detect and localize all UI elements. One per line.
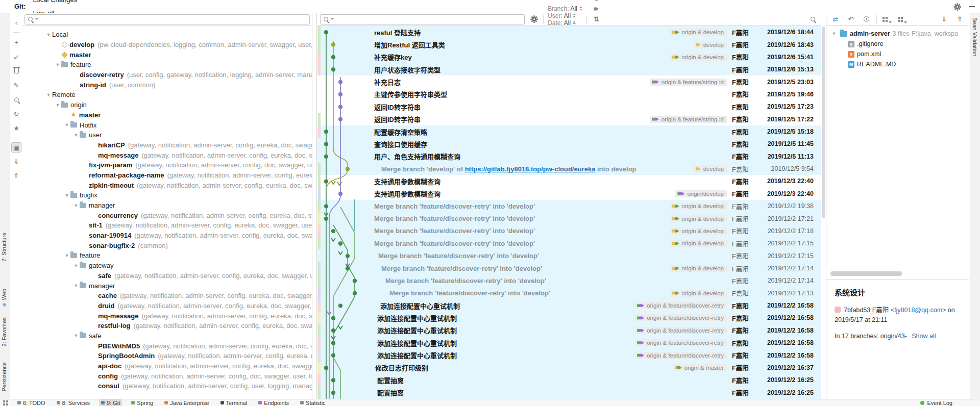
search-history-caret-icon[interactable] <box>331 18 334 20</box>
settings-gear-icon[interactable] <box>955 5 960 9</box>
commit-row[interactable]: 配置抽离 F嘉阳 2019/12/2 16:25 <box>317 386 821 398</box>
status-bar-tab[interactable]: Terminal <box>218 399 250 406</box>
tool-window-stripe-button[interactable]: ◉ 7: Structure <box>1 233 7 262</box>
collapse-all-icon[interactable]: ⇑ <box>11 170 21 181</box>
commit-row[interactable]: 补充缓存key origin & develop F嘉阳 2019/12/6 1… <box>317 51 821 63</box>
branch-tree-row[interactable]: ▼ hikariCP (gateway, notification, admin… <box>22 140 312 150</box>
commit-row[interactable]: Merge branch 'feature/discover-retry' in… <box>317 287 821 299</box>
expand-arrow-icon[interactable]: ▼ <box>63 122 70 128</box>
branch-tree-row[interactable]: ▼ concurrency (gateway, notification, ad… <box>22 210 312 220</box>
branches-search-box[interactable] <box>24 14 310 24</box>
sort-icon[interactable]: ⇅ <box>591 14 602 24</box>
commit-row[interactable]: 修改日志打印级别 origin & master F嘉阳 2019/12/2 1… <box>317 362 821 374</box>
commit-row[interactable]: Merge branch 'feature/discover-retry' in… <box>317 249 821 262</box>
branch-tree-row[interactable]: ▼ bugfix <box>22 190 312 200</box>
log-scrollbar-thumb[interactable] <box>822 27 825 218</box>
expand-arrow-icon[interactable]: ▼ <box>63 253 70 258</box>
commit-row[interactable]: 添加连接配置中心重试机制 origin & feature/discover-r… <box>317 337 821 349</box>
branch-tree-row[interactable]: ▼ master <box>22 49 312 60</box>
log-filter[interactable]: Branch:All <box>548 5 582 12</box>
refresh-icon[interactable]: ↻ <box>11 108 21 119</box>
commit-row[interactable]: resful 登陆支持 origin & develop F嘉阳 2019/12… <box>317 26 821 38</box>
tool-window-stripe-button[interactable]: ◉ Web <box>1 289 7 307</box>
jump-to-source-icon[interactable]: ⇄ <box>830 14 841 24</box>
commit-row[interactable]: 返回ID转字符串 F嘉阳 2019/12/5 17:23 <box>317 100 821 113</box>
minimize-icon[interactable] <box>969 6 975 7</box>
changed-file-row[interactable]: g .gitignore <box>826 39 969 49</box>
branch-tree-row[interactable]: ▼ sonar-190914 (gateway, notification, a… <box>22 231 312 241</box>
group-by-icon[interactable] <box>882 14 892 24</box>
commit-row[interactable]: 补充日志 origin & feature/string-id F嘉阳 2019… <box>317 75 821 88</box>
branch-tree-row[interactable]: ▼ restful-log (gateway, notification, ad… <box>22 321 312 331</box>
branch-tree-row[interactable]: ▼ safe (gateway, notification, admin-ser… <box>22 271 312 281</box>
expand-arrow-icon[interactable]: ▼ <box>63 193 70 198</box>
tool-window-stripe-button[interactable]: ◉ 2: Favorites <box>1 317 7 346</box>
history-icon[interactable] <box>861 14 871 24</box>
add-branch-icon[interactable]: + <box>11 37 21 48</box>
tab[interactable]: Local Changes <box>26 0 84 7</box>
commit-row[interactable]: 添加连接配置中心重试机制 origin & feature/discover-r… <box>317 299 821 312</box>
expand-all-icon[interactable]: ⇓ <box>11 156 21 167</box>
branch-tree-row[interactable]: ▼ Hotfix <box>22 120 312 130</box>
group-by-directory-icon[interactable]: ▣ <box>11 142 21 153</box>
back-icon[interactable]: ‹ <box>11 17 21 28</box>
commit-row[interactable]: Merge branch 'feature/discover-retry' in… <box>317 200 821 212</box>
status-bar-tab[interactable]: Endpoints <box>256 399 291 406</box>
branches-search-input[interactable] <box>41 16 306 23</box>
collapse-all-icon[interactable]: ⇑ <box>954 14 965 24</box>
search-history-caret-icon[interactable] <box>35 18 38 20</box>
branch-tree-row[interactable]: ▼ string-id (user, common) <box>22 80 312 90</box>
branch-tree-row[interactable]: ▼ discover-retry (user, config, gateway,… <box>22 70 312 80</box>
expand-arrow-icon[interactable]: ▼ <box>45 32 52 37</box>
expand-arrow-icon[interactable]: ▼ <box>72 203 80 208</box>
branch-tree-row[interactable]: ▼ feature <box>22 60 312 70</box>
branch-tree-row[interactable]: ▼ mq-message (gateway, notification, adm… <box>22 150 312 160</box>
branch-tree-row[interactable]: ▼ fix-jvm-param (gateway, notification, … <box>22 160 312 170</box>
author-email-link[interactable]: <fjy8018@qq.com> <box>891 307 946 314</box>
status-bar-tab[interactable]: Statistic <box>298 399 328 406</box>
refresh-icon[interactable]: ↻ <box>591 0 602 4</box>
commit-row[interactable]: 支持通用参数模糊查询 origin/develop F嘉阳 2019/12/3 … <box>317 188 821 200</box>
branch-tree-row[interactable]: ▼ safe <box>22 331 312 341</box>
commit-row[interactable]: 配置抽离 F嘉阳 2019/12/2 16:25 <box>317 374 821 386</box>
branch-tree-row[interactable]: ▼ api-doc (gateway, notification, admin-… <box>22 361 312 371</box>
branch-tree-row[interactable]: ▼ manager <box>22 281 312 291</box>
log-search-input[interactable] <box>336 16 521 23</box>
branch-tree-row[interactable]: ▼ user <box>22 130 312 140</box>
branch-tree-row[interactable]: ▼ SpringBootAdmin (gateway, notification… <box>22 351 312 361</box>
branch-tree-row[interactable]: ▼ Local <box>22 30 312 40</box>
horizontal-scrollbar-thumb[interactable] <box>830 271 902 276</box>
commit-row[interactable]: Merge branch 'feature/discover-retry' in… <box>317 212 821 224</box>
commit-row[interactable]: 用户状态接收字符类型 F嘉阳 2019/12/6 15:13 <box>317 63 821 75</box>
branch-tree-row[interactable]: ▼ sit-1 (gateway, notification, admin-se… <box>22 220 312 231</box>
commit-row[interactable]: 返回ID转字符串 origin & feature/string-id F嘉阳 … <box>317 113 821 125</box>
commit-message-link[interactable]: https://gitlab.fjy8018.top/pw-cloud/eure… <box>465 165 596 173</box>
commit-row[interactable]: 添加连接配置中心重试机制 origin & feature/discover-r… <box>317 349 821 361</box>
go-to-hash-icon[interactable] <box>591 4 602 14</box>
expand-arrow-icon[interactable]: ▼ <box>45 92 52 97</box>
show-all-link[interactable]: Show all <box>912 333 936 340</box>
edit-icon[interactable]: ✎ <box>11 80 21 91</box>
status-bar-tab[interactable]: 9: Git <box>99 399 122 406</box>
event-log-button[interactable]: Event Log <box>920 400 952 406</box>
branch-tree-row[interactable]: ▼ config (gateway, notification, admin-s… <box>22 371 312 381</box>
expand-arrow-icon[interactable]: ▼ <box>54 103 61 108</box>
branch-tree-row[interactable]: ▼ mq-message (gateway, notification, adm… <box>22 311 312 321</box>
commit-row[interactable]: Merge branch 'feature/discover-retry' in… <box>317 274 821 287</box>
expand-arrow-icon[interactable]: ▼ <box>830 31 838 36</box>
tool-window-switcher-icon[interactable] <box>3 400 8 405</box>
commit-row[interactable]: 增加Restful 返回工具类 develop F嘉阳 2019/12/6 18… <box>317 38 821 50</box>
log-filter[interactable]: Date:All <box>548 19 582 27</box>
checkout-icon[interactable]: ↙ <box>11 51 21 62</box>
changed-file-row[interactable]: x pom.xml <box>826 49 969 59</box>
branch-tree-row[interactable]: ▼ reformat-package-name (gateway, notifi… <box>22 170 312 181</box>
branch-tree-row[interactable]: ▼ consul (gateway, notification, admin-s… <box>22 381 312 391</box>
commit-row[interactable]: 添加连接配置中心重试机制 origin & feature/discover-r… <box>317 324 821 337</box>
commit-row[interactable]: 主键传参使用字符串类型 F嘉阳 2019/12/5 19:46 <box>317 88 821 100</box>
changed-file-row[interactable]: M README.MD <box>826 59 969 69</box>
rollback-icon[interactable]: ↶ <box>846 14 856 24</box>
branch-tree-row[interactable]: ▼ feature <box>22 250 312 261</box>
commit-row[interactable]: 配置缓存清空策略 F嘉阳 2019/12/5 15:18 <box>317 125 821 138</box>
expand-arrow-icon[interactable]: ▼ <box>72 283 80 288</box>
expand-arrow-icon[interactable]: ▼ <box>54 62 61 67</box>
